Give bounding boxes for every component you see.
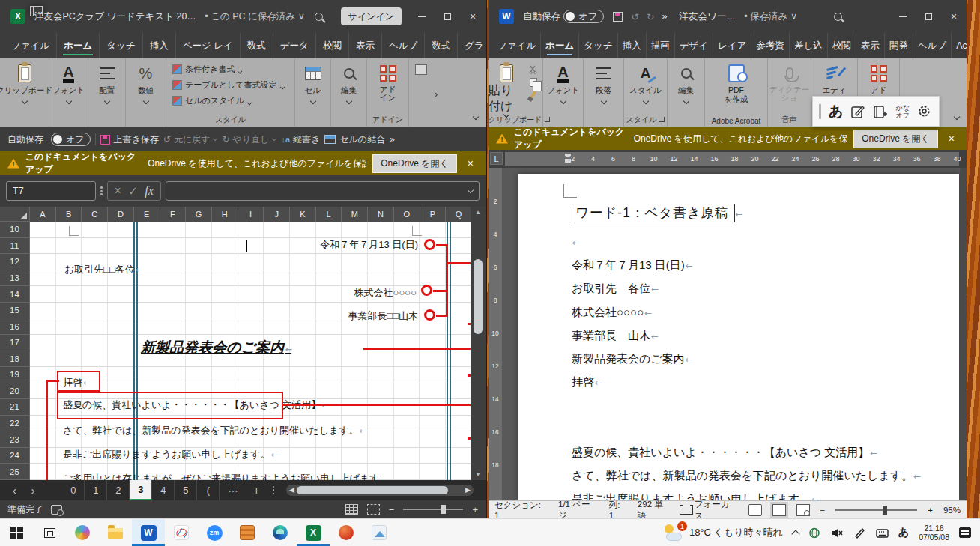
close-button[interactable]: × (941, 5, 967, 28)
ribbon-tab[interactable]: 校閲 (316, 33, 349, 58)
pen-settings-icon[interactable] (853, 527, 866, 539)
horizontal-scrollbar[interactable]: ◀ ▶ (286, 485, 474, 496)
scroll-right-arrow[interactable]: ▶ (465, 486, 471, 494)
document-page[interactable]: ワード-1：ベタ書き原稿←←令和７年７月13 日(日)←お取引先 各位←株式会社… (518, 174, 959, 500)
ribbon-tab[interactable]: ホーム (541, 33, 579, 58)
zoom-slider-thumb[interactable] (441, 505, 446, 514)
document-line[interactable]: ワード-1：ベタ書き原稿← (572, 204, 944, 235)
row-header[interactable]: 14 (0, 286, 30, 303)
style-menu-item[interactable]: 条件付き書式 (166, 61, 294, 77)
redo-button[interactable]: ↻やり直し (222, 133, 276, 146)
sheet-tab[interactable]: 5 (175, 480, 197, 500)
ribbon-tab[interactable]: タッチ (579, 33, 617, 58)
cut-icon[interactable] (529, 65, 538, 74)
print-layout-icon[interactable] (772, 504, 786, 516)
ribbon-tab[interactable]: 校閲 (828, 33, 856, 58)
ribbon-tab[interactable]: ヘルプ (913, 33, 952, 58)
minimize-button[interactable] (409, 5, 435, 28)
more-sheets-button[interactable]: ⋯ (221, 485, 245, 497)
excel-saved-status[interactable]: • この PC に保存済み ∨ (205, 11, 304, 22)
task-view-button[interactable] (33, 519, 66, 546)
ribbon-tab[interactable]: 挿入 (143, 33, 176, 58)
open-onedrive-button[interactable]: OneDrive を開く (372, 154, 457, 173)
maximize-button[interactable] (916, 5, 941, 28)
vertical-scrollbar[interactable] (960, 168, 967, 500)
save-button[interactable]: 上書き保存 (100, 133, 159, 146)
vertical-ruler[interactable]: 24681012141618 (489, 168, 502, 500)
column-header[interactable]: M (342, 207, 368, 222)
autosave-toggle[interactable]: オフ (51, 133, 91, 146)
create-pdf-group[interactable]: PDFを作成 Adobe Acrobat (705, 58, 768, 127)
zoom-app-button[interactable]: zm (198, 519, 231, 546)
more-commands-button[interactable]: » (390, 134, 395, 145)
cancel-entry-button[interactable]: × (115, 184, 121, 198)
merge-cells-button[interactable]: セルの結合 (324, 133, 385, 146)
ime-settings-gear-icon[interactable] (917, 104, 931, 118)
scrollbar-thumb[interactable] (297, 486, 448, 494)
start-button[interactable] (0, 519, 33, 546)
row-header[interactable]: 18 (0, 351, 30, 368)
ribbon-tab[interactable]: 参考資 (751, 33, 790, 58)
ribbon-tab[interactable]: グラフィック (458, 33, 487, 58)
ribbon-tab[interactable]: 挿入 (618, 33, 647, 58)
page-break-view-icon[interactable] (367, 504, 380, 515)
zoom-in-button[interactable]: + (928, 506, 933, 515)
row-header[interactable]: 24 (0, 448, 30, 464)
row-header[interactable]: 19 (0, 367, 30, 383)
sheet-tab[interactable]: 2 (107, 480, 130, 500)
open-onedrive-button[interactable]: OneDrive を開く (853, 130, 938, 148)
row-header[interactable]: 20 (0, 383, 30, 400)
scroll-down-arrow[interactable]: ▼ (475, 471, 481, 478)
normal-view-icon[interactable] (345, 504, 358, 515)
paragraph-group[interactable]: 段落 (584, 58, 624, 127)
file-explorer-button[interactable] (99, 519, 132, 546)
document-line[interactable]: お取引先 各位← (572, 282, 944, 305)
page-indicator[interactable]: 1/1 ページ (558, 499, 599, 519)
sheet-tab[interactable]: 3 (130, 480, 152, 500)
row-header[interactable]: 22 (0, 416, 30, 432)
sign-in-button[interactable]: サインイン (341, 7, 402, 25)
new-sheet-button[interactable]: + (246, 485, 266, 497)
select-all-corner[interactable] (0, 207, 30, 222)
focus-mode-button[interactable]: フォーカス (682, 499, 738, 519)
insert-function-button[interactable]: fx (145, 184, 154, 198)
addin-thumbnail-icon[interactable] (415, 64, 427, 75)
zoom-in-button[interactable]: + (472, 504, 478, 515)
ime-indicator[interactable]: あ (898, 526, 909, 539)
zoom-slider-thumb[interactable] (883, 506, 887, 515)
row-header[interactable]: 17 (0, 335, 30, 351)
dismiss-banner-button[interactable]: × (944, 133, 959, 145)
document-text[interactable]: ワード-1：ベタ書き原稿←←令和７年７月13 日(日)←お取引先 各位←株式会社… (572, 204, 944, 500)
row-header[interactable]: 12 (0, 254, 30, 270)
zoom-slider[interactable] (403, 509, 463, 510)
column-header[interactable]: A (30, 207, 56, 222)
ribbon-tab[interactable]: 表示 (856, 33, 885, 58)
word-saved-status[interactable]: • 保存済み ∨ (744, 11, 797, 22)
ribbon-tab[interactable]: ホーム (57, 33, 100, 58)
row-header[interactable]: 10 (0, 222, 30, 238)
column-header[interactable]: P (420, 207, 447, 222)
excel-taskbar-button[interactable]: X (297, 519, 330, 546)
column-header[interactable]: D (108, 207, 134, 222)
read-mode-icon[interactable] (748, 504, 762, 516)
collapse-ribbon-icon[interactable] (473, 114, 479, 120)
redo-button[interactable]: ↻ (647, 11, 654, 22)
ribbon-tab[interactable]: 開発 (885, 33, 913, 58)
ribbon-tab[interactable]: Acrol (952, 33, 967, 58)
scrollbar-thumb[interactable] (474, 259, 483, 334)
number-group[interactable]: % 数値 (126, 58, 166, 127)
search-icon[interactable] (834, 13, 842, 21)
ribbon-tab[interactable]: ページ レイ (176, 33, 241, 58)
zoom-slider[interactable] (835, 509, 917, 511)
sheet-tab[interactable]: 1 (85, 480, 107, 500)
clipboard-group[interactable]: クリップボード (0, 58, 49, 127)
ribbon-scroll-right[interactable]: › (435, 88, 438, 100)
undo-button[interactable]: ↺元に戻す (163, 133, 218, 146)
style-menu-item[interactable]: セルのスタイル (166, 93, 294, 109)
minimize-button[interactable] (890, 5, 916, 28)
ribbon-tab[interactable]: 描画 (647, 33, 675, 58)
copy-icon[interactable] (530, 78, 537, 87)
addins-group[interactable]: アドイン アドイン (367, 58, 409, 127)
style-menu-item[interactable]: テーブルとして書式設定 (166, 77, 294, 93)
ime-dictionary-icon[interactable] (873, 104, 888, 119)
